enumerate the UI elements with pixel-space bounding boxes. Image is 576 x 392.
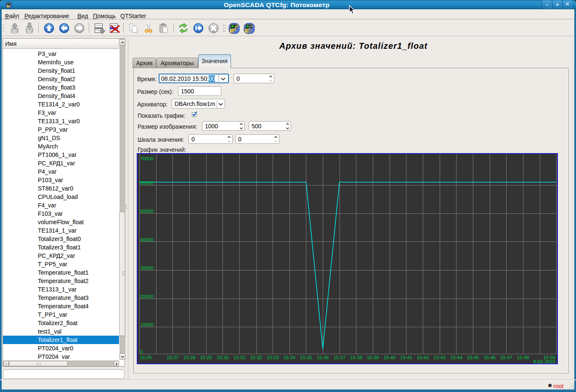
svg-text:15:28: 15:28 (183, 355, 196, 360)
svg-text:15:32: 15:32 (250, 355, 262, 360)
svg-text:30000: 30000 (140, 265, 154, 270)
svg-text:15:47: 15:47 (500, 355, 512, 360)
svg-text:15:33: 15:33 (267, 355, 279, 360)
svg-text:15:42: 15:42 (417, 355, 429, 360)
svg-text:15:38: 15:38 (350, 355, 362, 360)
svg-text:15:37: 15:37 (333, 355, 345, 360)
svg-text:15:36: 15:36 (317, 355, 329, 360)
svg-text:20000: 20000 (140, 294, 154, 299)
svg-text:15:30: 15:30 (217, 355, 229, 360)
svg-text:15:43: 15:43 (433, 355, 446, 360)
svg-text:15:35: 15:35 (300, 355, 312, 360)
svg-text:10000: 10000 (140, 322, 154, 327)
svg-text:15:40: 15:40 (383, 355, 396, 360)
svg-text:15:39: 15:39 (367, 355, 379, 360)
svg-text:40000: 40000 (140, 237, 154, 242)
svg-text:15:41: 15:41 (400, 355, 412, 360)
svg-text:70000: 70000 (140, 156, 154, 161)
svg-text:15:31: 15:31 (234, 355, 246, 360)
svg-text:15:44: 15:44 (450, 355, 462, 360)
svg-text:15:48: 15:48 (517, 355, 529, 360)
svg-text:15:46: 15:46 (483, 355, 496, 360)
svg-text:15:25: 15:25 (140, 355, 152, 360)
svg-text:15:27: 15:27 (167, 355, 179, 360)
svg-text:15:34: 15:34 (283, 355, 295, 360)
svg-text:50000: 50000 (140, 209, 154, 214)
svg-text:8-02-2010: 8-02-2010 (534, 359, 555, 364)
svg-text:15:29: 15:29 (200, 355, 212, 360)
svg-text:0: 0 (140, 349, 143, 354)
svg-text:15:45: 15:45 (467, 355, 479, 360)
svg-text:60000: 60000 (140, 180, 154, 185)
